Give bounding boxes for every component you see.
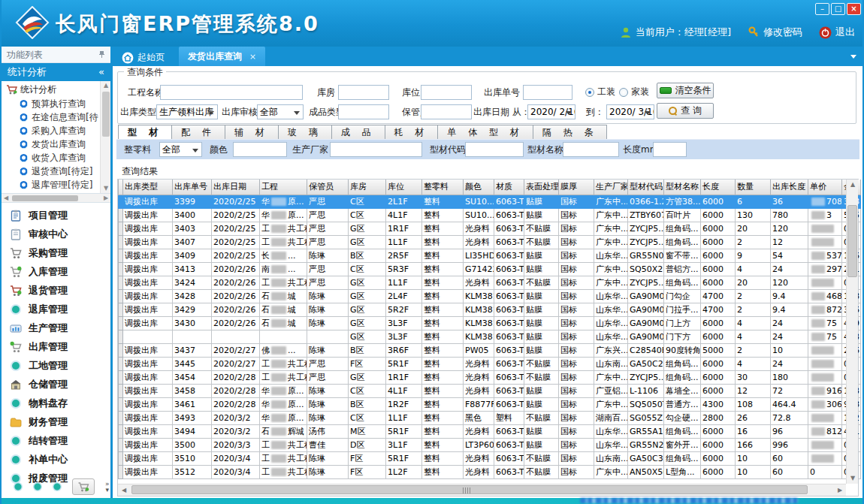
sidebar-module-0[interactable]: 项目管理 (2, 206, 110, 225)
tab-active[interactable]: 发货出库查询 × (179, 47, 265, 66)
table-row[interactable]: 调拨出库34372020/2/27佛...陈琳B区3R6F整料PW056063-… (119, 343, 861, 357)
scroll-right-icon[interactable]: ▶ (834, 484, 846, 496)
col-manufacturer[interactable]: 生产厂家 (594, 180, 628, 195)
tree-item-5[interactable]: 退货查询[待定] (2, 164, 100, 178)
more-modules-button[interactable] (72, 478, 95, 495)
module-dot-icon[interactable] (14, 482, 23, 491)
sidebar-module-1[interactable]: 审核中心 (2, 225, 110, 243)
sidebar-module-12[interactable]: 结转管理 (2, 431, 110, 450)
maximize-button[interactable]: □ (831, 3, 845, 15)
module-dot-icon[interactable] (33, 482, 42, 491)
sidebar-module-3[interactable]: 入库管理 (2, 262, 110, 281)
close-button[interactable]: × (847, 3, 861, 15)
tree-item-2[interactable]: 采购入库查询 (2, 124, 100, 137)
tree-item-1[interactable]: 在途信息查询[待 (2, 110, 100, 124)
table-row[interactable]: 调拨出库34302020/2/26石城陈琳G区3L3F整料KLM38176063… (119, 316, 861, 330)
tree-hscroll-thumb[interactable] (12, 195, 78, 201)
material-tab-2[interactable]: 辅 材 (225, 125, 279, 140)
scroll-down-icon[interactable]: ▼ (101, 184, 110, 193)
col-out-type[interactable]: 出库类型 (123, 180, 173, 195)
keeper-input[interactable] (421, 104, 472, 119)
table-row[interactable]: 调拨出库34452020/2/27工共工程严思F区5R1F整料光身料6063-T… (119, 357, 861, 370)
scroll-right-icon[interactable]: ▶ (101, 194, 110, 203)
sidebar-module-10[interactable]: 物料盘存 (2, 394, 110, 412)
material-tab-3[interactable]: 玻 璃 (279, 125, 332, 140)
col-out-date[interactable]: 出库日期 (212, 180, 260, 195)
table-row[interactable]: 调拨出库34542020/2/28工共工程严思G区1R1F整料光身料6063-T… (119, 370, 861, 384)
table-row[interactable]: 调拨出库34932020/3/2华原...陈琳C区1L1F整料黑色塑料不贴膜国标… (119, 411, 861, 424)
sidebar-module-7[interactable]: 出库管理 (2, 337, 110, 356)
expand-menu-button[interactable]: »▾ (105, 481, 110, 493)
material-tab-1[interactable]: 配 件 (172, 125, 225, 140)
audit-select[interactable]: 全部 (257, 104, 304, 119)
change-password[interactable]: 修改密码 (748, 26, 802, 39)
table-row[interactable]: 调拨出库34582020/2/28华原...陈琳C区4L1F整料光身料6063-… (119, 384, 861, 397)
table-row[interactable]: 调拨出库35102020/3/4工共工程陈琳F区5R1F整料光身料6063-T5… (119, 451, 861, 465)
module-dot-icon[interactable] (53, 482, 62, 491)
col-keeper[interactable]: 保管员 (307, 180, 349, 195)
grid-hscroll-thumb[interactable] (131, 485, 808, 494)
col-unit-price[interactable]: 单价 (808, 180, 842, 195)
material-tab-0[interactable]: 型 材 (118, 125, 172, 140)
sidebar-module-8[interactable]: 工地管理 (2, 356, 110, 375)
clear-conditions-button[interactable]: 清空条件 (657, 83, 714, 98)
table-row[interactable]: G区3L3F整料KLM38176063-T5贴膜国标山东华...GA90M09.… (119, 330, 861, 343)
scroll-left-icon[interactable]: ◀ (118, 484, 130, 496)
tree-scroll-thumb[interactable] (102, 92, 110, 137)
col-length[interactable]: 长度 (701, 180, 736, 195)
sidebar-module-9[interactable]: 仓储管理 (2, 375, 110, 394)
tree-vertical-scrollbar[interactable]: ▲ ▼ (100, 81, 110, 193)
profile-name-input[interactable] (563, 142, 619, 157)
tree-horizontal-scrollbar[interactable]: ◀ ▶ (2, 194, 110, 203)
col-material[interactable]: 材质 (494, 180, 524, 195)
grid-horizontal-scrollbar[interactable]: ◀ ▶ (118, 484, 846, 496)
scroll-up-icon[interactable]: ▲ (101, 81, 110, 90)
sidebar-section-header[interactable]: 统计分析 « (2, 63, 110, 81)
col-film-thickness[interactable]: 膜厚 (559, 180, 594, 195)
pin-icon[interactable] (98, 50, 105, 59)
material-tab-7[interactable]: 隔 热 条 (533, 125, 608, 140)
tree-root[interactable]: 统计分析 (2, 83, 100, 97)
minimize-button[interactable]: – (815, 3, 829, 15)
tree-item-0[interactable]: 预算执行查询 (2, 97, 100, 110)
sidebar-module-4[interactable]: 退货管理 (2, 281, 110, 300)
manufacturer-input[interactable] (330, 142, 422, 157)
table-row[interactable]: 调拨出库35122020/3/4工共工程陈琳F区1L2F整料光身料6063-T5… (119, 465, 861, 478)
tree-item-4[interactable]: 收货入库查询 (2, 151, 100, 164)
date-from-select[interactable]: 2020/ 2/16 (527, 104, 575, 119)
table-row[interactable]: 调拨出库34612020/2/28华原...陈琳B区1R2F整料F8877FT6… (119, 397, 861, 411)
col-order-no[interactable]: 出库单号 (173, 180, 212, 195)
table-row[interactable]: 调拨出库34132020/2/26南...严思C区5R3F整料G71422606… (119, 262, 861, 276)
grid-vertical-scrollbar[interactable]: ▲ ▼ (846, 180, 858, 484)
tree-item-6[interactable]: 退库管理[待定] (2, 178, 100, 192)
grid-vscroll-thumb[interactable] (847, 205, 857, 277)
material-tab-5[interactable]: 耗 材 (385, 125, 439, 140)
material-tab-4[interactable]: 成 品 (332, 125, 385, 140)
table-row[interactable]: 调拨出库34002020/2/25华原...严思C区4L1F整料SU10...6… (119, 208, 861, 222)
table-row[interactable]: 调拨出库34092020/2/25长...陈琳B区2R5F整料LI35HD606… (119, 249, 861, 262)
col-whole-piece[interactable]: 整零料 (422, 180, 464, 195)
col-out-length[interactable]: 出库长度 (771, 180, 808, 195)
col-surface[interactable]: 表面处理 (524, 180, 559, 195)
project-name-input[interactable] (160, 85, 303, 100)
table-row[interactable]: 调拨出库34242020/2/26工共工程严思G区1L1F整料光身料6063-T… (119, 276, 861, 289)
sidebar-module-2[interactable]: 采购管理 (2, 243, 110, 262)
search-button[interactable]: 查 询 (657, 103, 714, 119)
material-tab-6[interactable]: 单 体 型 材 (438, 125, 533, 140)
location-input[interactable] (421, 85, 472, 100)
collapse-icon[interactable]: « (98, 63, 104, 81)
sidebar-module-5[interactable]: 退库管理 (2, 300, 110, 318)
tab-close-icon[interactable]: × (249, 52, 256, 62)
tab-home[interactable]: 起始页 (116, 49, 171, 66)
radio-jiazhuang[interactable]: 家装 (619, 86, 649, 98)
tab-list-dropdown-icon[interactable] (850, 55, 856, 59)
col-warehouse[interactable]: 库房 (349, 180, 386, 195)
date-to-select[interactable]: 2020/ 3/16 (606, 104, 654, 119)
color-input[interactable] (233, 142, 287, 157)
whole-piece-select[interactable]: 全部 (159, 142, 202, 157)
table-row[interactable]: 调拨出库34072020/2/25工共工程严思G区1L1F整料光身料6063-T… (119, 235, 861, 249)
length-input[interactable] (653, 142, 687, 157)
product-type-input[interactable] (338, 104, 389, 119)
table-row[interactable]: 调拨出库33992020/2/25华原...严思C区2L1F整料SU10...6… (119, 195, 861, 208)
col-project[interactable]: 工程 (260, 180, 307, 195)
